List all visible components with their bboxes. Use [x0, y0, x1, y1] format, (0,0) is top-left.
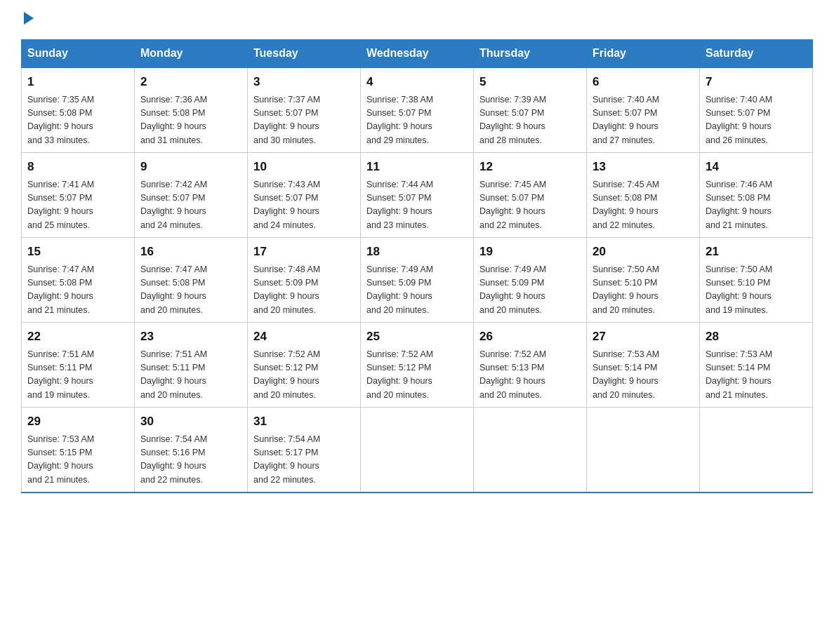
- day-number: 17: [253, 243, 355, 261]
- calendar-cell: 6Sunrise: 7:40 AMSunset: 5:07 PMDaylight…: [587, 67, 700, 153]
- col-header-wednesday: Wednesday: [361, 40, 474, 68]
- calendar-cell: 15Sunrise: 7:47 AMSunset: 5:08 PMDayligh…: [22, 238, 135, 323]
- logo: [21, 14, 34, 27]
- day-number: 25: [366, 328, 468, 346]
- day-info: Sunrise: 7:47 AMSunset: 5:08 PMDaylight:…: [140, 263, 241, 318]
- col-header-sunday: Sunday: [22, 40, 135, 68]
- calendar-cell: [361, 408, 474, 493]
- calendar-week-row: 29Sunrise: 7:53 AMSunset: 5:15 PMDayligh…: [22, 408, 813, 493]
- calendar-week-row: 8Sunrise: 7:41 AMSunset: 5:07 PMDaylight…: [22, 153, 813, 238]
- calendar-cell: 9Sunrise: 7:42 AMSunset: 5:07 PMDaylight…: [135, 153, 248, 238]
- calendar-cell: 8Sunrise: 7:41 AMSunset: 5:07 PMDaylight…: [22, 153, 135, 238]
- day-number: 9: [140, 158, 241, 176]
- day-number: 2: [140, 73, 241, 91]
- calendar-cell: 13Sunrise: 7:45 AMSunset: 5:08 PMDayligh…: [587, 153, 700, 238]
- calendar-cell: 17Sunrise: 7:48 AMSunset: 5:09 PMDayligh…: [248, 238, 361, 323]
- calendar-cell: 25Sunrise: 7:52 AMSunset: 5:12 PMDayligh…: [361, 323, 474, 408]
- day-number: 11: [366, 158, 468, 176]
- calendar-cell: 19Sunrise: 7:49 AMSunset: 5:09 PMDayligh…: [474, 238, 587, 323]
- day-info: Sunrise: 7:51 AMSunset: 5:11 PMDaylight:…: [27, 348, 128, 403]
- day-number: 26: [479, 328, 581, 346]
- calendar-cell: [587, 408, 700, 493]
- calendar-cell: 18Sunrise: 7:49 AMSunset: 5:09 PMDayligh…: [361, 238, 474, 323]
- calendar-cell: 2Sunrise: 7:36 AMSunset: 5:08 PMDaylight…: [135, 67, 248, 153]
- col-header-tuesday: Tuesday: [248, 40, 361, 68]
- calendar-cell: 16Sunrise: 7:47 AMSunset: 5:08 PMDayligh…: [135, 238, 248, 323]
- calendar-cell: 10Sunrise: 7:43 AMSunset: 5:07 PMDayligh…: [248, 153, 361, 238]
- calendar-cell: 30Sunrise: 7:54 AMSunset: 5:16 PMDayligh…: [135, 408, 248, 493]
- day-number: 12: [479, 158, 581, 176]
- day-info: Sunrise: 7:52 AMSunset: 5:12 PMDaylight:…: [253, 348, 355, 403]
- calendar-week-row: 22Sunrise: 7:51 AMSunset: 5:11 PMDayligh…: [22, 323, 813, 408]
- day-info: Sunrise: 7:52 AMSunset: 5:13 PMDaylight:…: [479, 348, 581, 403]
- day-number: 24: [253, 328, 355, 346]
- calendar-cell: 11Sunrise: 7:44 AMSunset: 5:07 PMDayligh…: [361, 153, 474, 238]
- col-header-friday: Friday: [587, 40, 700, 68]
- day-info: Sunrise: 7:47 AMSunset: 5:08 PMDaylight:…: [27, 263, 128, 318]
- day-number: 6: [593, 73, 694, 91]
- day-number: 29: [27, 412, 128, 431]
- day-number: 4: [366, 73, 468, 91]
- calendar-cell: 5Sunrise: 7:39 AMSunset: 5:07 PMDaylight…: [474, 67, 587, 153]
- day-info: Sunrise: 7:36 AMSunset: 5:08 PMDaylight:…: [140, 93, 241, 148]
- calendar-cell: 26Sunrise: 7:52 AMSunset: 5:13 PMDayligh…: [474, 323, 587, 408]
- day-number: 28: [706, 328, 807, 346]
- day-number: 31: [253, 412, 355, 431]
- calendar-table: SundayMondayTuesdayWednesdayThursdayFrid…: [21, 39, 813, 493]
- calendar-header-row: SundayMondayTuesdayWednesdayThursdayFrid…: [22, 40, 813, 68]
- day-number: 19: [479, 243, 581, 261]
- day-info: Sunrise: 7:37 AMSunset: 5:07 PMDaylight:…: [253, 93, 355, 148]
- day-number: 21: [706, 243, 807, 261]
- day-info: Sunrise: 7:40 AMSunset: 5:07 PMDaylight:…: [593, 93, 694, 148]
- day-number: 23: [140, 328, 241, 346]
- day-number: 22: [27, 328, 128, 346]
- calendar-cell: 20Sunrise: 7:50 AMSunset: 5:10 PMDayligh…: [587, 238, 700, 323]
- day-number: 7: [706, 73, 807, 91]
- day-number: 18: [366, 243, 468, 261]
- calendar-cell: [700, 408, 813, 493]
- day-info: Sunrise: 7:49 AMSunset: 5:09 PMDaylight:…: [479, 263, 581, 318]
- day-info: Sunrise: 7:52 AMSunset: 5:12 PMDaylight:…: [366, 348, 468, 403]
- day-info: Sunrise: 7:50 AMSunset: 5:10 PMDaylight:…: [593, 263, 694, 318]
- day-info: Sunrise: 7:40 AMSunset: 5:07 PMDaylight:…: [706, 93, 807, 148]
- calendar-cell: 12Sunrise: 7:45 AMSunset: 5:07 PMDayligh…: [474, 153, 587, 238]
- calendar-cell: 28Sunrise: 7:53 AMSunset: 5:14 PMDayligh…: [700, 323, 813, 408]
- day-info: Sunrise: 7:53 AMSunset: 5:14 PMDaylight:…: [593, 348, 694, 403]
- day-number: 1: [27, 73, 128, 91]
- day-info: Sunrise: 7:44 AMSunset: 5:07 PMDaylight:…: [366, 178, 468, 233]
- day-info: Sunrise: 7:42 AMSunset: 5:07 PMDaylight:…: [140, 178, 241, 233]
- calendar-cell: 22Sunrise: 7:51 AMSunset: 5:11 PMDayligh…: [22, 323, 135, 408]
- day-info: Sunrise: 7:50 AMSunset: 5:10 PMDaylight:…: [706, 263, 807, 318]
- day-info: Sunrise: 7:46 AMSunset: 5:08 PMDaylight:…: [706, 178, 807, 233]
- day-number: 30: [140, 412, 241, 431]
- day-number: 20: [593, 243, 694, 261]
- day-info: Sunrise: 7:35 AMSunset: 5:08 PMDaylight:…: [27, 93, 128, 148]
- calendar-cell: 29Sunrise: 7:53 AMSunset: 5:15 PMDayligh…: [22, 408, 135, 493]
- day-info: Sunrise: 7:53 AMSunset: 5:15 PMDaylight:…: [27, 433, 128, 488]
- calendar-cell: 23Sunrise: 7:51 AMSunset: 5:11 PMDayligh…: [135, 323, 248, 408]
- day-info: Sunrise: 7:54 AMSunset: 5:16 PMDaylight:…: [140, 433, 241, 488]
- calendar-cell: 3Sunrise: 7:37 AMSunset: 5:07 PMDaylight…: [248, 67, 361, 153]
- page-header: [21, 14, 813, 27]
- calendar-week-row: 15Sunrise: 7:47 AMSunset: 5:08 PMDayligh…: [22, 238, 813, 323]
- calendar-cell: 14Sunrise: 7:46 AMSunset: 5:08 PMDayligh…: [700, 153, 813, 238]
- day-info: Sunrise: 7:53 AMSunset: 5:14 PMDaylight:…: [706, 348, 807, 403]
- col-header-monday: Monday: [135, 40, 248, 68]
- calendar-cell: 4Sunrise: 7:38 AMSunset: 5:07 PMDaylight…: [361, 67, 474, 153]
- col-header-saturday: Saturday: [700, 40, 813, 68]
- calendar-cell: 1Sunrise: 7:35 AMSunset: 5:08 PMDaylight…: [22, 67, 135, 153]
- day-info: Sunrise: 7:41 AMSunset: 5:07 PMDaylight:…: [27, 178, 128, 233]
- calendar-cell: [474, 408, 587, 493]
- day-info: Sunrise: 7:48 AMSunset: 5:09 PMDaylight:…: [253, 263, 355, 318]
- calendar-cell: 7Sunrise: 7:40 AMSunset: 5:07 PMDaylight…: [700, 67, 813, 153]
- day-info: Sunrise: 7:51 AMSunset: 5:11 PMDaylight:…: [140, 348, 241, 403]
- day-info: Sunrise: 7:43 AMSunset: 5:07 PMDaylight:…: [253, 178, 355, 233]
- calendar-week-row: 1Sunrise: 7:35 AMSunset: 5:08 PMDaylight…: [22, 67, 813, 153]
- day-number: 8: [27, 158, 128, 176]
- calendar-cell: 31Sunrise: 7:54 AMSunset: 5:17 PMDayligh…: [248, 408, 361, 493]
- day-info: Sunrise: 7:45 AMSunset: 5:08 PMDaylight:…: [593, 178, 694, 233]
- day-info: Sunrise: 7:45 AMSunset: 5:07 PMDaylight:…: [479, 178, 581, 233]
- day-number: 3: [253, 73, 355, 91]
- day-number: 15: [27, 243, 128, 261]
- calendar-cell: 27Sunrise: 7:53 AMSunset: 5:14 PMDayligh…: [587, 323, 700, 408]
